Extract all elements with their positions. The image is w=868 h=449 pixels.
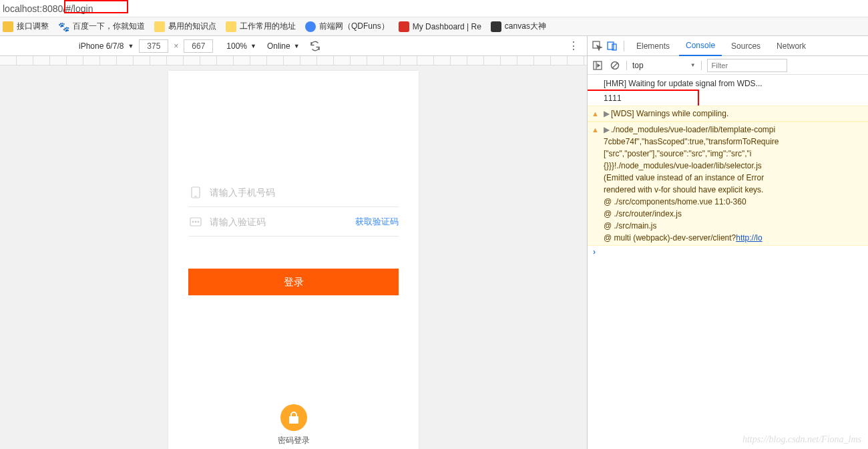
code-input[interactable] — [210, 216, 355, 227]
bookmark-item[interactable]: 接口调整 — [3, 21, 49, 32]
code-row: 获取验证码 — [188, 207, 399, 237]
svg-rect-7 — [608, 42, 614, 49]
get-code-link[interactable]: 获取验证码 — [355, 216, 399, 228]
clear-icon[interactable] — [609, 59, 621, 71]
expand-icon[interactable]: ▶ — [604, 125, 610, 134]
site-icon — [305, 21, 316, 32]
folder-icon — [3, 21, 13, 32]
login-button[interactable]: 登录 — [188, 269, 399, 295]
phone-frame: 获取验证码 登录 密码登录 — [168, 71, 419, 449]
log-row-warn: ▲ ▶./node_modules/vue-loader/lib/templat… — [588, 122, 868, 246]
context-select[interactable]: top — [632, 61, 696, 70]
devtools-panel: Elements Console Sources Network top [HM… — [588, 36, 868, 449]
site-icon — [491, 21, 501, 32]
phone-row — [188, 178, 399, 207]
password-login[interactable]: 密码登录 — [168, 404, 419, 446]
inspect-icon[interactable] — [592, 40, 604, 52]
log-row: 1111 — [588, 91, 868, 106]
warning-icon: ▲ — [592, 124, 599, 136]
svg-point-3 — [192, 221, 194, 222]
log-row: [HMR] Waiting for update signal from WDS… — [588, 76, 868, 91]
sidebar-toggle-icon[interactable] — [592, 59, 604, 71]
paw-icon: 🐾 — [58, 21, 69, 32]
tab-elements[interactable]: Elements — [630, 36, 676, 56]
bookmark-item[interactable]: 前端网（QDFuns） — [305, 21, 389, 32]
bookmark-item[interactable]: My Dashboard | Re — [399, 21, 481, 32]
folder-icon — [154, 21, 165, 32]
responsive-viewport: iPhone 6/7/8▼ × 100%▼ Online▼ ⋮ — [0, 36, 588, 449]
svg-point-5 — [198, 221, 199, 222]
dimension-x: × — [174, 41, 178, 51]
device-toggle-icon[interactable] — [606, 40, 618, 52]
url-bar: localhost:8080/#/login — [0, 0, 868, 17]
filter-input[interactable] — [707, 59, 787, 72]
phone-icon — [188, 187, 203, 198]
log-row-warn: ▲ ▶[WDS] Warnings while compiling. — [588, 106, 868, 122]
code-icon — [188, 216, 203, 227]
device-toolbar: iPhone 6/7/8▼ × 100%▼ Online▼ ⋮ — [0, 36, 587, 56]
svg-point-4 — [195, 221, 196, 222]
tab-sources[interactable]: Sources — [724, 36, 767, 56]
rotate-icon[interactable] — [309, 40, 321, 52]
more-icon[interactable]: ⋮ — [568, 39, 579, 52]
bookmark-item[interactable]: 工作常用的地址 — [226, 21, 296, 32]
log-link[interactable]: http://lo — [736, 233, 762, 243]
height-input[interactable] — [184, 39, 213, 53]
login-form: 获取验证码 登录 — [168, 71, 419, 295]
width-input[interactable] — [139, 39, 168, 53]
console-toolbar: top — [588, 56, 868, 75]
bookmark-item[interactable]: canvas大神 — [491, 21, 546, 32]
lock-icon — [280, 404, 307, 431]
ruler — [0, 56, 587, 65]
url-text[interactable]: localhost:8080/#/login — [3, 3, 93, 14]
folder-icon — [226, 21, 236, 32]
zoom-select[interactable]: 100%▼ — [226, 41, 256, 51]
bookmark-item[interactable]: 🐾百度一下，你就知道 — [58, 21, 145, 32]
bookmark-item[interactable]: 易用的知识点 — [154, 21, 216, 32]
device-select[interactable]: iPhone 6/7/8▼ — [79, 41, 134, 51]
bookmarks-bar: 接口调整 🐾百度一下，你就知道 易用的知识点 工作常用的地址 前端网（QDFun… — [0, 17, 868, 36]
console-prompt[interactable]: › — [588, 246, 868, 258]
tab-console[interactable]: Console — [679, 36, 722, 56]
tab-network[interactable]: Network — [770, 36, 813, 56]
site-icon — [399, 21, 409, 32]
console-output[interactable]: [HMR] Waiting for update signal from WDS… — [588, 75, 868, 449]
warning-icon: ▲ — [592, 108, 599, 120]
devtools-tabs: Elements Console Sources Network — [588, 36, 868, 56]
network-select[interactable]: Online▼ — [267, 41, 300, 51]
viewport-canvas: 获取验证码 登录 密码登录 — [0, 56, 587, 449]
password-login-label: 密码登录 — [168, 435, 419, 446]
svg-line-12 — [612, 63, 618, 68]
phone-input[interactable] — [210, 187, 399, 198]
expand-icon[interactable]: ▶ — [604, 109, 610, 118]
